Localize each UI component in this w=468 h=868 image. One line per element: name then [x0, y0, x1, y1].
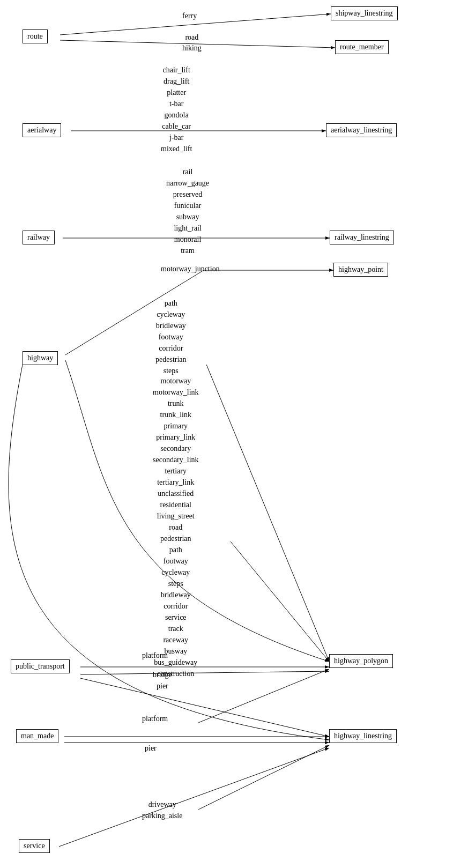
node-route: route — [23, 29, 48, 43]
label-road-hiking: roadhiking — [182, 32, 202, 53]
node-highway-polygon: highway_polygon — [329, 654, 393, 668]
label-motorway-junction: motorway_junction — [161, 265, 220, 273]
label-ferry: ferry — [182, 12, 197, 20]
node-service: service — [19, 839, 50, 853]
svg-line-7 — [206, 365, 329, 662]
label-pt-bridge-pier: bridgepier — [153, 669, 172, 692]
node-highway-linestring: highway_linestring — [329, 729, 397, 743]
svg-line-16 — [59, 748, 329, 847]
node-highway-point: highway_point — [333, 263, 388, 277]
label-mm-pier: pier — [145, 744, 157, 753]
arrows-svg — [0, 0, 468, 868]
node-aerialway-linestring: aerialway_linestring — [326, 123, 397, 137]
node-man-made: man_made — [16, 729, 58, 743]
svg-line-10 — [80, 671, 329, 674]
node-railway-linestring: railway_linestring — [330, 231, 394, 244]
label-highway-road-types: motorwaymotorway_linktrunktrunk_linkprim… — [153, 375, 199, 679]
label-mm-platform: platform — [142, 715, 168, 723]
svg-line-15 — [198, 745, 329, 810]
node-highway: highway — [23, 351, 58, 365]
label-highway-pedestrian: pathcyclewaybridlewayfootwaycorridorpede… — [155, 298, 187, 376]
svg-line-8 — [231, 541, 329, 662]
node-public-transport: public_transport — [11, 659, 70, 673]
label-railway-types: railnarrow_gaugepreservedfunicularsubway… — [166, 166, 209, 256]
svg-line-11 — [80, 678, 329, 737]
node-shipway-linestring: shipway_linestring — [331, 6, 398, 20]
node-aerialway: aerialway — [23, 123, 61, 137]
label-driveway: drivewayparking_aisle — [142, 799, 182, 821]
svg-line-13 — [198, 669, 329, 723]
node-railway: railway — [23, 231, 55, 244]
diagram-container: { "nodes": { "route": {"label": "route",… — [0, 0, 468, 868]
node-route-member: route_member — [335, 40, 389, 54]
label-aerialway-types: chair_liftdrag_liftplattert-bargondolaca… — [161, 64, 192, 154]
label-pt-platform: platform — [142, 651, 168, 660]
